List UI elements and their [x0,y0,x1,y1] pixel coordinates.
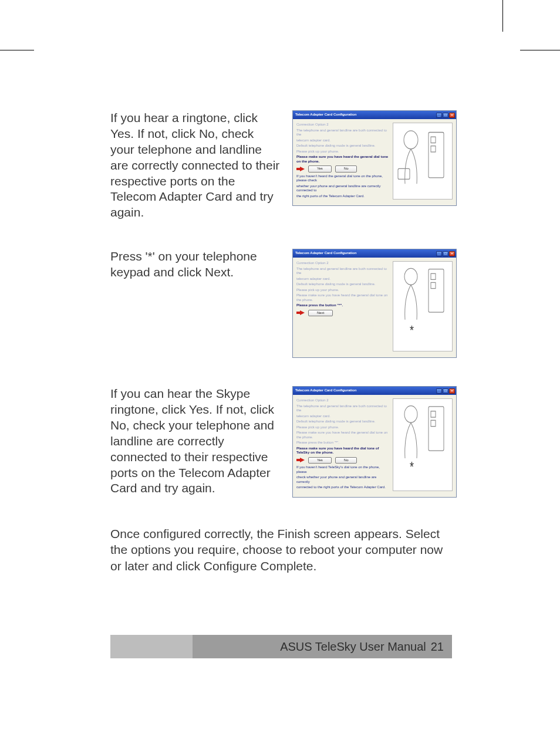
step-row: Press '*' on your telephone keypad and c… [110,249,452,358]
dialog-text-column: Connection Option 2 The telephone and ge… [296,398,390,491]
dialog-button-row: Next [296,310,390,317]
dialog-heading: Connection Option 2 [296,398,390,403]
no-button[interactable]: No [335,457,357,464]
step-text: If you can hear the Skype ringtone, clic… [110,386,281,496]
footer-bar: ASUS TeleSky User Manual 21 [193,635,452,658]
manual-page: If you hear a ringtone, click Yes. If no… [0,0,560,744]
close-icon[interactable]: × [449,113,455,118]
yes-button[interactable]: Yes [308,165,332,173]
dialog-line: telecom adapter card. [296,138,390,143]
maximize-icon[interactable]: □ [443,388,448,394]
step-row: If you can hear the Skype ringtone, clic… [110,386,452,498]
svg-rect-3 [431,146,436,152]
dialog-button-row: Yes No [296,165,390,173]
svg-rect-2 [431,137,436,143]
dialog-illustration: * [393,398,453,491]
dialog-line: Default telephone dialing mode is genera… [296,144,390,148]
dialog-titlebar: Telecom Adapter Card Configuration _ □ × [293,111,456,119]
dialog-post-line: connected to the right ports of the Tele… [296,485,390,490]
maximize-icon[interactable]: □ [443,113,448,118]
svg-point-0 [404,131,418,149]
close-icon[interactable]: × [449,388,455,394]
dialog-screenshot: Telecom Adapter Card Configuration _ □ ×… [292,110,457,206]
svg-text:*: * [410,322,414,337]
dialog-heading: Connection Option 2 [296,123,390,127]
window-buttons: _ □ × [436,113,455,118]
dialog-line: Default telephone dialing mode is genera… [296,282,390,287]
dialog-text-column: Connection Option 2 The telephone and ge… [296,123,390,199]
dialog-title: Telecom Adapter Card Configuration [295,113,356,117]
closing-paragraph: Once configured correctly, the Finish sc… [110,526,452,574]
dialog-line: telecom adapter card. [296,277,390,282]
no-button[interactable]: No [335,165,357,173]
dialog-line: Default telephone dialing mode is genera… [296,420,390,424]
dialog-line: telecom adapter card. [296,414,390,419]
page-footer: ASUS TeleSky User Manual 21 [110,635,452,658]
dialog-line: The telephone and general landline are b… [296,404,390,413]
svg-rect-7 [431,273,436,279]
dialog-post-line: If you haven't heard the general dial to… [296,174,390,183]
dialog-line: Please pick up your phone. [296,150,390,154]
step-text: If you hear a ringtone, click Yes. If no… [110,110,281,221]
dialog-post-line: the right ports of the Telecom Adapter C… [296,194,390,199]
minimize-icon[interactable]: _ [436,388,442,394]
dialog-post-line: check whether your phone and general lan… [296,475,390,484]
dialog-strong-line: Please press the button "*". [296,303,390,308]
arrow-icon [296,310,305,315]
config-dialog: Telecom Adapter Card Configuration _ □ ×… [292,249,457,358]
window-buttons: _ □ × [436,388,455,394]
dialog-illustration [393,123,453,199]
next-button[interactable]: Next [308,310,333,317]
dialog-title: Telecom Adapter Card Configuration [295,251,356,256]
dialog-heading: Connection Option 2 [296,261,390,266]
dialog-strong-line: Please make sure you have heard the dial… [296,447,390,455]
svg-text:*: * [410,459,414,475]
dialog-line: Please pick up your phone. [296,288,390,293]
page-content: If you hear a ringtone, click Yes. If no… [110,110,452,574]
arrow-icon [296,458,305,462]
footer-tab [110,635,193,658]
dialog-title: Telecom Adapter Card Configuration [295,388,356,393]
dialog-line: Please pick up your phone. [296,425,390,430]
dialog-titlebar: Telecom Adapter Card Configuration _ □ × [293,387,456,395]
dialog-line: The telephone and general landline are b… [296,267,390,276]
config-dialog: Telecom Adapter Card Configuration _ □ ×… [292,110,457,206]
svg-rect-8 [431,283,436,289]
step-row: If you hear a ringtone, click Yes. If no… [110,110,452,221]
trim-mark [520,50,560,50]
dialog-post-line: If you haven't heard TeleSky's dial tone… [296,465,390,474]
arrow-icon [296,167,305,171]
dialog-titlebar: Telecom Adapter Card Configuration _ □ × [293,249,456,258]
dialog-button-row: Yes No [296,457,390,464]
dialog-line: Please press the button "*". [296,441,390,445]
config-dialog: Telecom Adapter Card Configuration _ □ ×… [292,386,457,498]
svg-point-10 [404,406,417,423]
minimize-icon[interactable]: _ [436,251,442,256]
dialog-post-line: whether your phone and general landline … [296,184,390,193]
minimize-icon[interactable]: _ [436,113,442,118]
dialog-line: Please make sure you have heard the gene… [296,293,390,302]
yes-button[interactable]: Yes [308,457,332,464]
window-buttons: _ □ × [436,251,455,256]
close-icon[interactable]: × [449,251,455,256]
manual-title: ASUS TeleSky User Manual [280,640,426,654]
svg-rect-12 [431,411,436,417]
trim-mark [502,0,503,32]
dialog-line: Please make sure you have heard the gene… [296,431,390,439]
dialog-strong-line: Please make sure you have heard the gene… [296,155,390,164]
step-text: Press '*' on your telephone keypad and c… [110,249,281,280]
dialog-screenshot: Telecom Adapter Card Configuration _ □ ×… [292,386,457,498]
trim-mark [0,50,34,50]
dialog-text-column: Connection Option 2 The telephone and ge… [296,261,390,351]
page-number: 21 [431,640,444,654]
dialog-illustration: * [393,261,453,351]
svg-point-5 [404,269,417,285]
maximize-icon[interactable]: □ [443,251,448,256]
dialog-line: The telephone and general landline are b… [296,128,390,137]
dialog-screenshot: Telecom Adapter Card Configuration _ □ ×… [292,249,457,358]
svg-rect-13 [431,420,436,426]
svg-rect-4 [398,168,410,179]
